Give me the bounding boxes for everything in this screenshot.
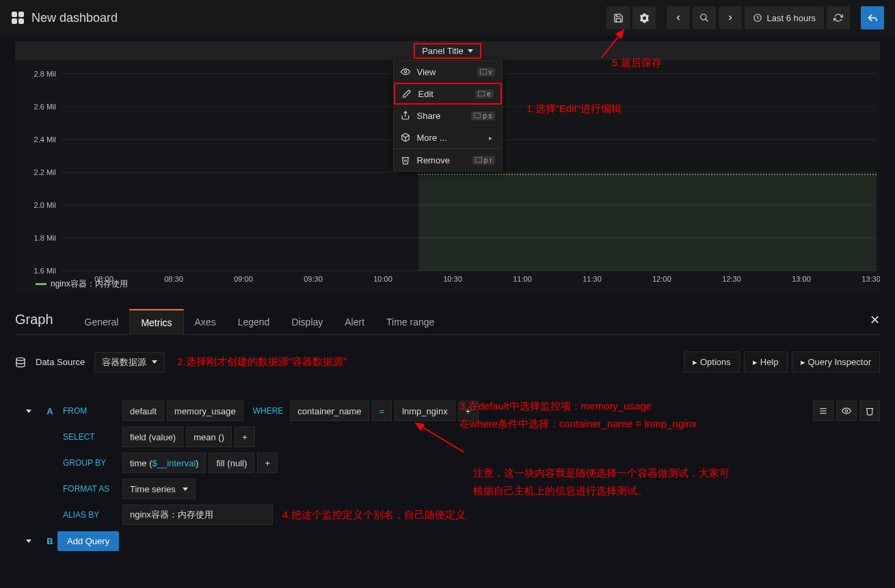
tab-alert[interactable]: Alert [334, 310, 375, 334]
time-range-text: Last 6 hours [766, 13, 816, 23]
settings-button[interactable] [632, 6, 656, 29]
svg-text:12:00: 12:00 [652, 275, 671, 283]
groupby-time[interactable]: time ($__interval) [122, 453, 206, 473]
groupby-time-var: $__interval [152, 458, 196, 468]
where-op[interactable]: = [372, 401, 392, 421]
groupby-add[interactable]: + [257, 453, 278, 473]
query-toggle-visibility[interactable] [836, 401, 857, 421]
panel-menu-edit-label: Edit [418, 89, 433, 99]
svg-text:12:30: 12:30 [722, 275, 741, 283]
refresh-button[interactable] [827, 6, 850, 29]
zoom-out-button[interactable] [693, 6, 716, 29]
query-a-formatas-row: FORMAT AS Time series [15, 478, 880, 500]
from-keyword: FROM [57, 406, 122, 416]
help-button[interactable]: ▸Help [744, 351, 788, 373]
query-a-aliasby-row: ALIAS BY 4.把这个监控定义个别名，自己随便定义 [15, 504, 880, 526]
select-field[interactable]: field (value) [122, 427, 183, 447]
keyboard-icon [474, 113, 481, 118]
query-a-letter[interactable]: A [42, 406, 57, 416]
editor-tabs: Graph General Metrics Axes Legend Displa… [15, 305, 880, 335]
svg-rect-13 [475, 157, 482, 163]
query-a-collapse[interactable] [15, 410, 42, 413]
panel-menu-view-label: View [417, 67, 436, 77]
svg-rect-3 [18, 18, 24, 24]
tab-display[interactable]: Display [280, 310, 334, 334]
share-icon [401, 111, 412, 120]
query-b-collapse[interactable] [15, 539, 42, 543]
gear-icon [639, 13, 650, 23]
add-query-button[interactable]: Add Query [57, 531, 119, 551]
query-inspector-button[interactable]: ▸Query Inspector [792, 351, 881, 373]
svg-text:08:30: 08:30 [164, 275, 183, 283]
svg-text:09:30: 09:30 [304, 275, 323, 283]
time-forward-button[interactable] [719, 6, 742, 29]
svg-text:11:30: 11:30 [583, 275, 602, 283]
svg-text:09:00: 09:00 [234, 275, 253, 283]
query-b-row: B Add Query [15, 530, 880, 552]
panel-menu-view[interactable]: View v [394, 61, 502, 83]
svg-rect-12 [474, 113, 481, 118]
panel-menu-more-label: More ... [417, 133, 447, 143]
where-value[interactable]: lnmp_nginx [395, 401, 455, 421]
svg-text:2.6 Mil: 2.6 Mil [34, 103, 56, 111]
dashboard-title[interactable]: New dashboard [11, 11, 118, 25]
from-measurement[interactable]: memory_usage [167, 401, 243, 421]
query-b-letter[interactable]: B [42, 536, 57, 546]
chevron-right-icon [726, 14, 734, 22]
tab-general[interactable]: General [74, 310, 130, 334]
panel-menu-remove[interactable]: Remove p r [394, 149, 502, 171]
where-tag[interactable]: container_name [290, 401, 369, 421]
query-menu-button[interactable] [813, 401, 833, 421]
query-delete[interactable] [859, 401, 880, 421]
panel-menu-share[interactable]: Share p s [394, 105, 502, 126]
panel-menu-more[interactable]: More ... ▸ [394, 126, 502, 148]
svg-rect-9 [480, 69, 487, 75]
svg-point-4 [701, 14, 706, 20]
select-keyword: SELECT [57, 432, 122, 442]
datasource-selected: 容器数据源 [102, 356, 146, 369]
inspector-label: Query Inspector [808, 357, 872, 367]
trash-icon [401, 155, 412, 165]
chart-legend[interactable]: nginx容器：内存使用 [36, 278, 128, 290]
svg-text:10:00: 10:00 [373, 275, 392, 283]
tab-legend[interactable]: Legend [227, 310, 281, 334]
tab-metrics[interactable]: Metrics [129, 309, 183, 335]
back-arrow-icon [867, 12, 878, 23]
datasource-select[interactable]: 容器数据源 [94, 352, 165, 373]
save-button[interactable] [606, 6, 630, 29]
help-label: Help [760, 357, 779, 367]
svg-text:10:30: 10:30 [443, 275, 462, 283]
panel-title-dropdown[interactable]: Panel Title [414, 43, 481, 59]
from-retention[interactable]: default [122, 401, 164, 421]
options-button[interactable]: ▸Options [684, 351, 740, 373]
select-add[interactable]: + [235, 427, 255, 447]
keyboard-icon [480, 69, 487, 75]
trash-icon [865, 406, 874, 416]
tab-axes[interactable]: Axes [184, 310, 227, 334]
back-button[interactable] [861, 6, 884, 29]
eye-icon [842, 406, 851, 416]
query-a-select-row: SELECT field (value) mean () + [15, 426, 880, 448]
time-range-button[interactable]: Last 6 hours [745, 6, 824, 29]
select-agg[interactable]: mean () [186, 427, 232, 447]
panel: Panel Title View v Edit e Share p s M [0, 36, 895, 293]
tab-timerange[interactable]: Time range [375, 310, 445, 334]
svg-text:2.8 Mil: 2.8 Mil [34, 70, 56, 78]
svg-rect-2 [12, 18, 17, 24]
keyboard-icon [478, 91, 485, 96]
svg-text:2.0 Mil: 2.0 Mil [34, 201, 56, 209]
svg-rect-0 [12, 12, 17, 17]
editor-close-button[interactable]: ✕ [870, 312, 880, 328]
where-add[interactable]: + [458, 401, 479, 421]
time-back-button[interactable] [667, 6, 690, 29]
panel-menu-edit[interactable]: Edit e [394, 83, 502, 105]
query-a-from-row: A FROM default memory_usage WHERE contai… [15, 400, 880, 422]
formatas-select[interactable]: Time series [122, 479, 196, 499]
formatas-keyword: FORMAT AS [57, 484, 122, 494]
edit-icon [402, 89, 413, 98]
groupby-fill[interactable]: fill (null) [209, 453, 254, 473]
aliasby-input[interactable] [122, 505, 273, 525]
panel-title-row: Panel Title View v Edit e Share p s M [15, 41, 880, 60]
options-label: Options [700, 357, 731, 367]
panel-menu-remove-label: Remove [417, 155, 450, 165]
